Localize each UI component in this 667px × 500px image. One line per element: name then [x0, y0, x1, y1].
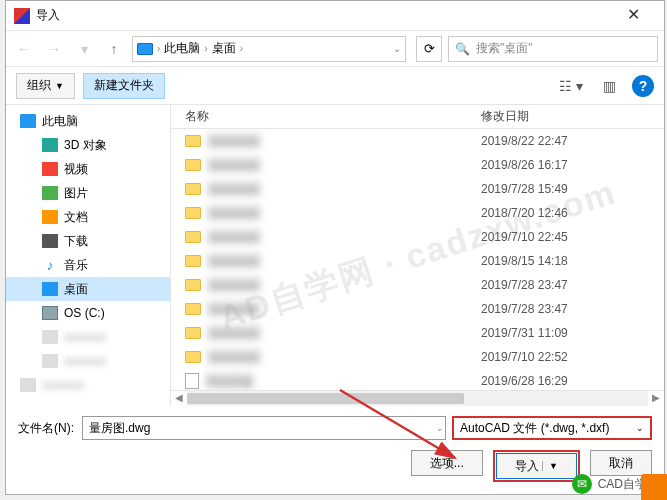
chevron-right-icon: ›	[204, 43, 207, 54]
sidebar-icon	[20, 114, 36, 128]
new-folder-button[interactable]: 新建文件夹	[83, 73, 165, 99]
col-date[interactable]: 修改日期	[481, 108, 664, 125]
sidebar-icon	[42, 306, 58, 320]
chevron-down-icon[interactable]: ⌄	[393, 43, 401, 54]
file-row[interactable]: xxxxxxxx2019/7/28 15:49	[171, 177, 664, 201]
file-row[interactable]: xxxxxxxx2019/7/28 23:47	[171, 273, 664, 297]
sketchup-icon	[14, 8, 30, 24]
folder-icon	[185, 231, 201, 243]
sidebar-icon	[42, 354, 58, 368]
import-highlight: 导入 ▼	[493, 450, 580, 482]
chevron-right-icon: ›	[157, 43, 160, 54]
refresh-button[interactable]: ⟳	[416, 36, 442, 62]
up-button[interactable]: ↑	[102, 37, 126, 61]
brand-corner	[641, 474, 667, 500]
sidebar-item[interactable]: 视频	[6, 157, 170, 181]
sidebar-icon	[42, 210, 58, 224]
sidebar-item[interactable]: OS (C:)	[6, 301, 170, 325]
sidebar-icon	[20, 378, 36, 392]
folder-icon	[185, 327, 201, 339]
organize-button[interactable]: 组织▼	[16, 73, 75, 99]
titlebar: 导入 ✕	[6, 1, 664, 31]
back-button[interactable]: ←	[12, 37, 36, 61]
sidebar-icon	[42, 282, 58, 296]
preview-pane-button[interactable]: ▥	[594, 75, 624, 97]
help-button[interactable]: ?	[632, 75, 654, 97]
filetype-select[interactable]: AutoCAD 文件 (*.dwg, *.dxf) ⌄	[452, 416, 652, 440]
column-headers: 名称 修改日期	[171, 105, 664, 129]
crumb-desktop[interactable]: 桌面	[212, 40, 236, 57]
sidebar-item[interactable]: 下载	[6, 229, 170, 253]
sidebar-item[interactable]: 图片	[6, 181, 170, 205]
sidebar-item[interactable]: xxxxxxx	[6, 373, 170, 397]
file-row[interactable]: xxxxxxxx2019/8/15 14:18	[171, 249, 664, 273]
file-row[interactable]: xxxxxxxx2019/8/22 22:47	[171, 129, 664, 153]
file-row[interactable]: xxxxxxxx2019/7/31 11:09	[171, 321, 664, 345]
import-dialog: 导入 ✕ ← → ▾ ↑ › 此电脑 › 桌面 › ⌄ ⟳ 🔍 搜索"桌面" 组…	[5, 0, 665, 495]
chevron-down-icon: ▼	[542, 461, 558, 471]
file-row[interactable]: xxxxxxxx2019/7/28 23:47	[171, 297, 664, 321]
filename-input[interactable]	[82, 416, 446, 440]
view-options-button[interactable]: ☷ ▾	[556, 75, 586, 97]
sidebar-item[interactable]: xxxxxxx	[6, 325, 170, 349]
forward-button[interactable]: →	[42, 37, 66, 61]
file-row[interactable]: xxxxxxxx2019/7/10 22:52	[171, 345, 664, 369]
wechat-icon: ✉	[572, 474, 592, 494]
dialog-title: 导入	[36, 7, 611, 24]
search-icon: 🔍	[455, 42, 470, 56]
folder-icon	[185, 183, 201, 195]
recent-dropdown[interactable]: ▾	[72, 37, 96, 61]
navbar: ← → ▾ ↑ › 此电脑 › 桌面 › ⌄ ⟳ 🔍 搜索"桌面"	[6, 31, 664, 67]
horizontal-scrollbar[interactable]: ◀ ▶	[171, 390, 664, 406]
sidebar-icon	[42, 162, 58, 176]
folder-icon	[185, 135, 201, 147]
sidebar-item[interactable]: 文档	[6, 205, 170, 229]
sidebar-item[interactable]: ♪音乐	[6, 253, 170, 277]
search-input[interactable]: 🔍 搜索"桌面"	[448, 36, 658, 62]
sidebar-item[interactable]: 此电脑	[6, 109, 170, 133]
crumb-pc[interactable]: 此电脑	[164, 40, 200, 57]
search-placeholder: 搜索"桌面"	[476, 40, 533, 57]
sidebar-icon	[42, 234, 58, 248]
folder-icon	[185, 279, 201, 291]
toolbar: 组织▼ 新建文件夹 ☷ ▾ ▥ ?	[6, 67, 664, 105]
footer: 文件名(N): ⌄ AutoCAD 文件 (*.dwg, *.dxf) ⌄ 选项…	[6, 406, 664, 494]
import-button[interactable]: 导入 ▼	[496, 453, 577, 479]
breadcrumb[interactable]: › 此电脑 › 桌面 › ⌄	[132, 36, 406, 62]
close-button[interactable]: ✕	[611, 1, 656, 31]
pc-icon	[137, 43, 153, 55]
chevron-down-icon: ⌄	[636, 423, 644, 433]
sidebar-item[interactable]: 3D 对象	[6, 133, 170, 157]
file-row[interactable]: xxxxxvg2019/6/28 16:29	[171, 369, 664, 390]
filename-label: 文件名(N):	[18, 420, 74, 437]
file-list[interactable]: AD自学网 · cadzxw.com xxxxxxxx2019/8/22 22:…	[171, 129, 664, 390]
folder-icon	[185, 159, 201, 171]
sidebar-item[interactable]: xxxxxxx	[6, 349, 170, 373]
chevron-right-icon: ›	[240, 43, 243, 54]
file-icon	[185, 373, 199, 389]
main-panel: 名称 修改日期 AD自学网 · cadzxw.com xxxxxxxx2019/…	[171, 105, 664, 406]
folder-icon	[185, 351, 201, 363]
file-row[interactable]: xxxxxxxx2019/8/26 16:17	[171, 153, 664, 177]
folder-icon	[185, 207, 201, 219]
scroll-right-icon[interactable]: ▶	[648, 391, 664, 406]
folder-icon	[185, 255, 201, 267]
sidebar-icon	[42, 186, 58, 200]
dialog-body: 此电脑3D 对象视频图片文档下载♪音乐桌面OS (C:)xxxxxxxxxxxx…	[6, 105, 664, 406]
col-name[interactable]: 名称	[171, 108, 481, 125]
sidebar-icon	[42, 138, 58, 152]
sidebar: 此电脑3D 对象视频图片文档下载♪音乐桌面OS (C:)xxxxxxxxxxxx…	[6, 105, 171, 406]
file-row[interactable]: xxxxxxxx2018/7/20 12:46	[171, 201, 664, 225]
folder-icon	[185, 303, 201, 315]
options-button[interactable]: 选项...	[411, 450, 483, 476]
file-row[interactable]: xxxxxxxx2019/7/10 22:45	[171, 225, 664, 249]
sidebar-icon: ♪	[42, 258, 58, 272]
sidebar-icon	[42, 330, 58, 344]
sidebar-item[interactable]: 桌面	[6, 277, 170, 301]
scroll-thumb[interactable]	[187, 393, 464, 404]
scroll-left-icon[interactable]: ◀	[171, 391, 187, 406]
cancel-button[interactable]: 取消	[590, 450, 652, 476]
